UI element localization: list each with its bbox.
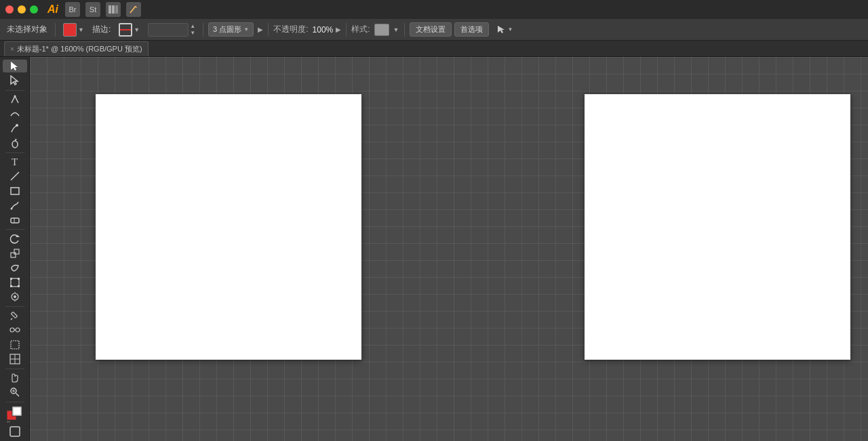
doc-settings-button[interactable]: 文档设置 xyxy=(410,22,452,37)
svg-line-11 xyxy=(11,172,19,180)
svg-rect-18 xyxy=(14,249,19,254)
extra-tools-button[interactable]: ▼ xyxy=(493,23,516,37)
scale-tool[interactable] xyxy=(3,247,27,259)
stroke-input-group[interactable]: ▲▼ xyxy=(145,22,198,38)
stock-icon[interactable]: St xyxy=(85,2,100,17)
stroke-color-control[interactable]: ▼ xyxy=(116,22,142,38)
warp-tool[interactable] xyxy=(3,261,27,274)
canvas-area[interactable] xyxy=(30,57,868,441)
document-tab[interactable]: × 未标题-1* @ 1600% (RGB/GPU 预览) xyxy=(4,41,149,56)
tool-sep5 xyxy=(5,369,24,369)
screen-mode-button[interactable] xyxy=(3,425,27,438)
svg-point-30 xyxy=(10,328,14,332)
tool-sep3 xyxy=(5,229,24,230)
extra-tools-arrow[interactable]: ▼ xyxy=(508,26,513,33)
no-selection-label: 未选择对象 xyxy=(4,22,50,37)
artboard-1 xyxy=(96,94,361,360)
svg-marker-6 xyxy=(11,62,18,70)
svg-rect-17 xyxy=(11,253,16,257)
opacity-value[interactable]: 100% xyxy=(313,25,334,35)
toolbar-separator xyxy=(55,23,56,37)
artboard-2 xyxy=(585,94,850,360)
opacity-label: 不透明度: xyxy=(273,24,308,35)
zoom-tool[interactable] xyxy=(3,386,27,399)
svg-rect-23 xyxy=(18,285,20,287)
fill-color-control[interactable]: ▼ xyxy=(60,22,87,38)
svg-rect-2 xyxy=(115,5,118,14)
shape-extra-arrow[interactable]: ▶ xyxy=(258,26,263,33)
svg-rect-1 xyxy=(112,5,115,14)
slice-tool[interactable] xyxy=(3,352,27,365)
line-tool[interactable] xyxy=(3,170,27,183)
main-area: T xyxy=(0,57,868,441)
svg-point-13 xyxy=(10,208,12,210)
rotate-tool[interactable] xyxy=(3,232,27,245)
svg-text:↔: ↔ xyxy=(6,419,11,424)
toolbar: 未选择对象 ▼ 描边: ▼ ▲▼ 3 点圆形 ▼ ▶ 不透明度: 100% ▶ … xyxy=(0,19,868,41)
stroke-dropdown-arrow[interactable]: ▼ xyxy=(134,26,140,33)
tab-title: 未标题-1* @ 1600% (RGB/GPU 预览) xyxy=(17,44,142,54)
svg-line-3 xyxy=(130,6,136,13)
svg-rect-12 xyxy=(11,188,19,194)
style-swatch[interactable] xyxy=(374,24,389,36)
puppet-warp-tool[interactable] xyxy=(3,290,27,303)
svg-rect-42 xyxy=(12,406,22,416)
minimize-button[interactable] xyxy=(18,5,26,14)
hand-tool[interactable] xyxy=(3,371,27,384)
text-tool[interactable]: T xyxy=(3,155,27,168)
preferences-button[interactable]: 首选项 xyxy=(454,22,489,37)
stroke-swatch[interactable] xyxy=(119,23,132,37)
artboard-tool[interactable] xyxy=(3,338,27,351)
bridge-icon[interactable]: Br xyxy=(65,2,80,17)
toolbar-sep3 xyxy=(268,23,269,37)
svg-rect-14 xyxy=(11,218,19,223)
tool-panel: T xyxy=(0,57,30,441)
maximize-button[interactable] xyxy=(30,5,38,14)
pencil-tool[interactable] xyxy=(3,198,27,211)
tool-sep6 xyxy=(5,402,24,402)
svg-point-8 xyxy=(14,96,16,98)
style-dropdown-arrow[interactable]: ▼ xyxy=(393,26,399,33)
shape-dropdown[interactable]: 3 点圆形 ▼ xyxy=(208,22,254,37)
cursor-tools-icon xyxy=(496,24,507,35)
svg-rect-33 xyxy=(11,341,19,349)
stroke-label: 描边: xyxy=(90,22,113,37)
svg-rect-0 xyxy=(108,5,111,14)
brush-tool[interactable] xyxy=(3,122,27,135)
tool-sep1 xyxy=(5,90,24,91)
stroke-value-input[interactable] xyxy=(148,23,189,37)
pen-tool[interactable] xyxy=(3,93,27,106)
free-transform-tool[interactable] xyxy=(3,276,27,289)
pencil-icon[interactable] xyxy=(126,2,141,17)
titlebar: Ai Br St xyxy=(0,0,868,19)
svg-rect-20 xyxy=(10,278,12,280)
tool-sep2 xyxy=(5,152,24,153)
svg-marker-7 xyxy=(11,76,18,85)
blend-tool[interactable] xyxy=(3,324,27,337)
svg-point-25 xyxy=(14,295,16,298)
eraser-tool[interactable] xyxy=(3,213,27,226)
opacity-arrow[interactable]: ▶ xyxy=(336,26,341,33)
svg-point-31 xyxy=(16,328,20,332)
blob-brush-tool[interactable] xyxy=(3,136,27,149)
toolbar-sep4 xyxy=(346,23,347,37)
direct-select-tool[interactable] xyxy=(3,74,27,87)
svg-rect-22 xyxy=(10,285,12,287)
close-button[interactable] xyxy=(5,5,14,14)
svg-point-9 xyxy=(16,124,18,127)
fill-dropdown-arrow[interactable]: ▼ xyxy=(78,26,84,33)
svg-marker-5 xyxy=(498,26,505,33)
select-tool[interactable] xyxy=(3,60,27,72)
eyedropper-tool[interactable] xyxy=(3,309,27,322)
libraries-icon[interactable] xyxy=(106,2,121,17)
fill-stroke-indicator[interactable]: ↔ xyxy=(3,405,27,424)
tab-close-button[interactable]: × xyxy=(10,45,14,53)
fill-swatch[interactable] xyxy=(63,23,77,37)
stroke-stepper[interactable]: ▲▼ xyxy=(190,23,195,36)
style-label: 样式: xyxy=(351,24,370,35)
svg-line-38 xyxy=(16,394,19,397)
rect-tool[interactable] xyxy=(3,184,27,197)
shape-dropdown-arrow: ▼ xyxy=(243,26,249,33)
tabbar: × 未标题-1* @ 1600% (RGB/GPU 预览) xyxy=(0,41,868,57)
curvature-tool[interactable] xyxy=(3,108,27,121)
